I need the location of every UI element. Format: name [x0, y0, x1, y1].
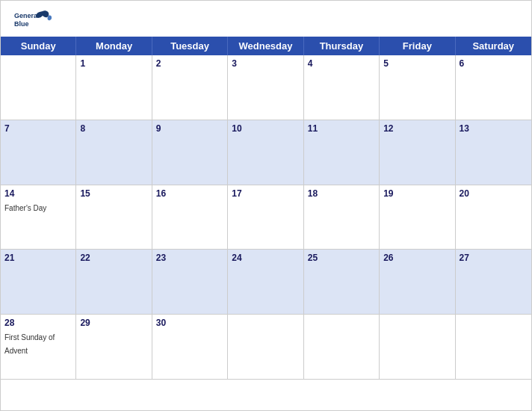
date-number: 23 [156, 253, 223, 263]
date-number: 15 [80, 188, 147, 199]
table-row: 14Father's Day [1, 185, 76, 250]
date-number: 18 [308, 188, 375, 199]
date-number: 10 [232, 123, 299, 134]
date-number: 4 [308, 58, 375, 69]
calendar-header: General Blue [1, 1, 531, 37]
table-row: 7 [1, 120, 76, 185]
date-number: 28 [4, 318, 72, 328]
table-row: 11 [304, 120, 380, 185]
table-row [228, 315, 303, 380]
logo-icon: General Blue [14, 8, 52, 32]
table-row: 18 [304, 185, 380, 250]
holiday-label: First Sunday of Advent [4, 333, 55, 355]
table-row: 25 [304, 250, 380, 315]
table-row: 8 [76, 120, 152, 185]
table-row: 19 [380, 185, 455, 250]
table-row: 16 [152, 185, 228, 250]
table-row: 29 [76, 315, 152, 380]
date-number: 19 [383, 188, 451, 199]
table-row [1, 55, 76, 120]
date-number: 27 [460, 253, 528, 263]
date-number: 14 [4, 188, 72, 199]
date-number: 13 [460, 123, 528, 134]
header-wednesday: Wednesday [228, 37, 303, 55]
holiday-label: Father's Day [4, 204, 46, 212]
table-row: 5 [380, 55, 455, 120]
date-number: 12 [383, 123, 451, 134]
header-thursday: Thursday [304, 37, 380, 55]
date-number: 3 [232, 58, 299, 69]
calendar-grid: 1234567891011121314Father's Day151617181… [1, 55, 531, 380]
date-number: 16 [156, 188, 223, 199]
date-number: 2 [156, 58, 223, 69]
table-row: 9 [152, 120, 228, 185]
table-row [380, 315, 455, 380]
date-number: 29 [80, 318, 147, 328]
table-row: 30 [152, 315, 228, 380]
table-row: 24 [228, 250, 303, 315]
table-row [456, 315, 531, 380]
header-sunday: Sunday [1, 37, 76, 55]
table-row: 23 [152, 250, 228, 315]
date-number: 11 [308, 123, 375, 134]
table-row [304, 315, 380, 380]
table-row: 10 [228, 120, 303, 185]
table-row: 20 [456, 185, 531, 250]
date-number: 20 [460, 188, 528, 199]
date-number: 7 [4, 123, 72, 134]
date-number: 24 [232, 253, 299, 263]
table-row: 4 [304, 55, 380, 120]
table-row: 6 [456, 55, 531, 120]
table-row: 27 [456, 250, 531, 315]
svg-text:General: General [14, 12, 40, 19]
table-row: 21 [1, 250, 76, 315]
table-row: 13 [456, 120, 531, 185]
table-row: 3 [228, 55, 303, 120]
table-row: 28First Sunday of Advent [1, 315, 76, 380]
header-friday: Friday [380, 37, 455, 55]
svg-text:Blue: Blue [14, 20, 29, 28]
table-row: 22 [76, 250, 152, 315]
date-number: 26 [383, 253, 451, 263]
logo: General Blue [14, 8, 52, 32]
date-number: 8 [80, 123, 147, 134]
table-row: 1 [76, 55, 152, 120]
day-headers-row: Sunday Monday Tuesday Wednesday Thursday… [1, 37, 531, 55]
table-row: 2 [152, 55, 228, 120]
table-row: 12 [380, 120, 455, 185]
table-row: 26 [380, 250, 455, 315]
date-number: 30 [156, 318, 223, 328]
date-number: 22 [80, 253, 147, 263]
date-number: 5 [383, 58, 451, 69]
header-monday: Monday [76, 37, 152, 55]
calendar-container: General Blue Sunday Monday Tuesday Wedne… [0, 0, 532, 411]
table-row: 15 [76, 185, 152, 250]
header-saturday: Saturday [456, 37, 531, 55]
date-number: 25 [308, 253, 375, 263]
date-number: 1 [80, 58, 147, 69]
date-number: 21 [4, 253, 72, 263]
header-tuesday: Tuesday [152, 37, 228, 55]
date-number: 6 [460, 58, 528, 69]
date-number: 17 [232, 188, 299, 199]
table-row: 17 [228, 185, 303, 250]
date-number: 9 [156, 123, 223, 134]
